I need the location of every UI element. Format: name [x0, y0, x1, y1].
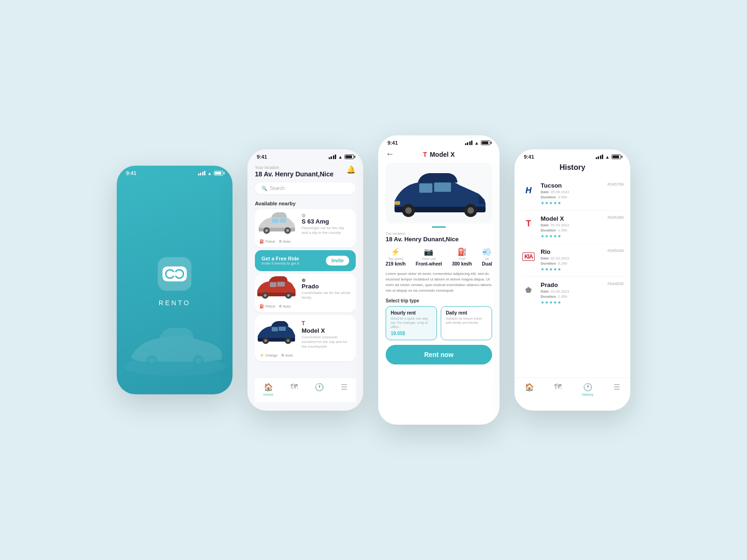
svg-rect-28: [272, 327, 278, 331]
nav-history[interactable]: 🕐: [315, 383, 324, 397]
car-list: ⊙ S 63 Amg Passenger car for the city an…: [255, 209, 356, 378]
logo-icon: [162, 266, 187, 281]
promo-text: Get a Free Ride Invite 5 friends to get …: [261, 256, 299, 266]
hist-dur-2: 6.26h: [558, 261, 567, 266]
notification-icon[interactable]: 🔔: [346, 165, 356, 174]
car-tag-charge-2: ⚡ Charge: [260, 353, 277, 357]
svg-point-12: [265, 229, 268, 232]
nav-home-hist[interactable]: 🏠: [525, 383, 534, 397]
status-bar-splash: 9:41 ▲: [117, 166, 233, 178]
tesla-logo-icon: T: [423, 151, 427, 158]
hist-name-1: Model X: [541, 215, 603, 222]
wifi-icon-history: ▲: [605, 154, 610, 160]
history-title: History: [514, 161, 630, 177]
hist-dur-0: 3.56h: [558, 195, 567, 199]
hist-name-2: Rio: [541, 248, 603, 255]
hist-date-row-0: Date 05.09.2022: [541, 190, 603, 194]
history-item-0[interactable]: H Tucson Date 05.09.2022 Duration 3.56h …: [521, 177, 624, 210]
car-info-1: ⬟ Prado Comfortable car for the whole fa…: [297, 274, 356, 302]
svg-rect-35: [419, 183, 432, 193]
hist-stars-2: ★★★★★: [541, 267, 603, 272]
fuel-icon: ⛽: [458, 247, 467, 256]
home-screen: 9:41 ▲ Your location 18 Av. Henry Dunant…: [247, 149, 363, 411]
car-card-2[interactable]: T Model X Convenient crossover excellent…: [255, 315, 356, 361]
signal-icon: [198, 171, 206, 175]
map-icon: 🗺: [290, 383, 298, 391]
home-icon-hist: 🏠: [525, 383, 534, 392]
hist-date-3: 03.06.2021: [550, 289, 569, 294]
battery-icon-history: [612, 154, 621, 159]
home-icon: 🏠: [264, 383, 273, 392]
car-name-2: Model X: [302, 327, 351, 334]
tesla-logo-icon-history: T: [521, 216, 536, 231]
promo-card[interactable]: Get a Free Ride Invite 5 friends to get …: [255, 250, 356, 271]
home-body: Your location 18 Av. Henry Dunant,Nice 🔔…: [247, 161, 363, 402]
spec-label-air: Air: [485, 257, 489, 260]
hist-date-label-2: Date: [541, 256, 549, 260]
hyundai-logo-icon: H: [521, 183, 536, 198]
nav-history-hist[interactable]: 🕐 History: [582, 383, 593, 397]
svg-point-19: [264, 294, 267, 297]
trip-daily-desc: Suitable for leisure travel with family …: [446, 316, 487, 325]
battery-icon-detail: [481, 140, 490, 145]
hist-info-0: Tucson Date 05.09.2022 Duration 3.56h ★★…: [541, 182, 603, 205]
history-item-3[interactable]: ⬟ Prado Date 03.06.2021 Duration 2.45h ★…: [521, 277, 624, 309]
hist-dur-row-2: Duration 6.26h: [541, 261, 603, 266]
history-item-2[interactable]: KIA Rio Date 02.02.2022 Duration 6.26h ★…: [521, 244, 624, 277]
hist-dur-label-1: Duration: [541, 228, 556, 232]
bottom-nav-history: 🏠 🗺 🕐 History ☰: [514, 378, 630, 402]
rent-now-button[interactable]: Rent now: [386, 345, 492, 364]
status-bar-history: 9:41 ▲: [514, 149, 630, 161]
status-icons-history: ▲: [596, 154, 621, 160]
back-button[interactable]: ←: [386, 149, 394, 159]
hist-name-3: Prado: [541, 281, 603, 288]
status-icons-home: ▲: [329, 154, 354, 160]
trip-option-hourly[interactable]: Hourly rent Good for a quick one way tri…: [386, 306, 437, 340]
nav-home[interactable]: 🏠 Home: [263, 383, 273, 397]
drive-icon: 📷: [424, 247, 433, 256]
svg-point-3: [149, 358, 155, 364]
car-card-0[interactable]: ⊙ S 63 Amg Passenger car for the city an…: [255, 209, 356, 247]
hist-date-row-3: Date 03.06.2021: [541, 289, 603, 294]
detail-body: Car location 18 Av. Henry Dunant,Nice ⚡ …: [378, 231, 500, 364]
car-tag-auto-1: ⚙ Auto: [279, 304, 290, 308]
logo-box: [158, 257, 191, 291]
nav-menu[interactable]: ☰: [341, 383, 347, 397]
trip-hourly-price: 19.05$: [391, 331, 432, 336]
section-title: Available nearby: [255, 201, 356, 206]
car-image-0: [255, 209, 297, 237]
trip-hourly-desc: Good for a quick one way trip. For examp…: [391, 316, 432, 329]
svg-rect-29: [279, 327, 286, 331]
hist-dur-label-3: Duration: [541, 294, 556, 299]
detail-car-image: [386, 163, 492, 224]
status-bar-detail: 9:41 ▲: [378, 135, 500, 147]
hist-date-row-2: Date 02.02.2022: [541, 256, 603, 260]
hist-stars-3: ★★★★★: [541, 300, 603, 305]
search-bar[interactable]: 🔍 Search: [255, 182, 356, 194]
nav-map[interactable]: 🗺: [290, 383, 298, 397]
nav-home-label: Home: [263, 392, 273, 397]
spec-label-speed: Top speed: [388, 257, 403, 260]
hist-id-col-0: #045789: [607, 182, 624, 187]
detail-title: T Model X: [423, 151, 455, 158]
car-desc-2: Convenient crossover excellent for the c…: [302, 335, 351, 350]
trip-option-daily[interactable]: Daily rent Suitable for leisure travel w…: [441, 306, 492, 340]
hist-dur-3: 2.45h: [558, 294, 567, 299]
history-item-1[interactable]: T Model X Date 05.03.2022 Duration 1.35h…: [521, 210, 624, 244]
history-screen: 9:41 ▲ History H Tucson Date: [514, 149, 630, 411]
svg-rect-15: [280, 218, 286, 223]
svg-point-33: [405, 207, 412, 214]
signal-icon-history: [596, 154, 604, 159]
car-card-1[interactable]: ⬟ Prado Comfortable car for the whole fa…: [255, 274, 356, 312]
promo-invite-button[interactable]: Invite: [326, 256, 349, 266]
spec-speed: ⚡ Top speed 219 km/h: [386, 247, 406, 266]
nav-map-hist[interactable]: 🗺: [554, 383, 562, 397]
hist-info-1: Model X Date 05.03.2022 Duration 1.35h ★…: [541, 215, 603, 238]
signal-icon-detail: [465, 140, 473, 145]
hist-dur-label-0: Duration: [541, 195, 556, 199]
location-name: 18 Av. Henry Dunant,Nice: [255, 170, 333, 178]
air-icon: 💨: [482, 247, 492, 256]
nav-menu-hist[interactable]: ☰: [613, 383, 620, 397]
hist-name-0: Tucson: [541, 182, 603, 189]
splash-screen: 9:41 ▲: [117, 166, 233, 394]
